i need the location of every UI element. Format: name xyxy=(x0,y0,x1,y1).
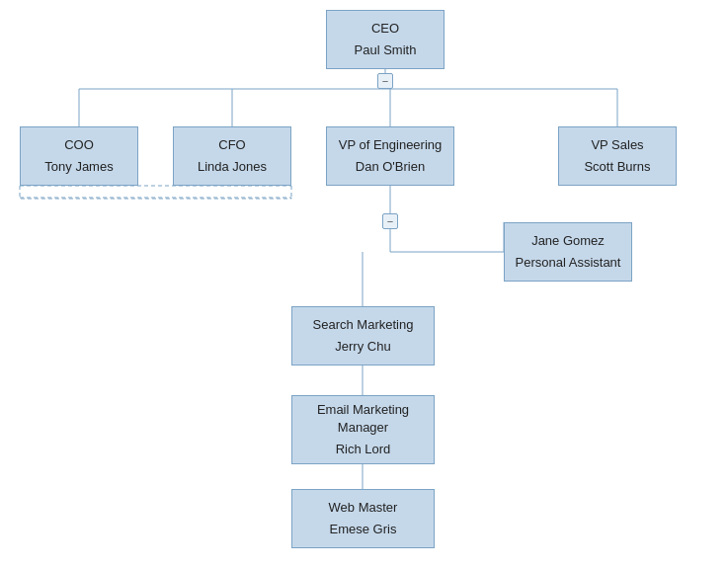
cfo-node: CFO Linda Jones xyxy=(173,126,291,186)
toggle-ceo-expand[interactable]: − xyxy=(377,73,393,89)
coo-role: COO xyxy=(64,136,94,154)
emm-role: Email Marketing Manager xyxy=(298,401,428,437)
emm-name: Rich Lord xyxy=(336,441,391,458)
pa-node: Jane Gomez Personal Assistant xyxy=(504,222,632,282)
vps-name: Scott Burns xyxy=(584,158,650,176)
vpe-name: Dan O'Brien xyxy=(356,158,425,176)
ceo-node: CEO Paul Smith xyxy=(326,10,445,69)
coo-name: Tony James xyxy=(44,158,113,176)
cfo-name: Linda Jones xyxy=(198,158,267,176)
pa-name: Jane Gomez xyxy=(531,232,605,250)
vpe-role: VP of Engineering xyxy=(339,136,443,154)
wm-name: Emese Gris xyxy=(330,521,397,538)
pa-role: Personal Assistant xyxy=(516,254,621,272)
coo-node: COO Tony James xyxy=(20,126,138,186)
sm-role: Search Marketing xyxy=(313,316,414,334)
connector-lines xyxy=(0,0,728,569)
cfo-role: CFO xyxy=(218,136,245,154)
svg-rect-6 xyxy=(20,198,291,199)
vps-node: VP Sales Scott Burns xyxy=(558,126,677,186)
emm-node: Email Marketing Manager Rich Lord xyxy=(291,395,435,464)
wm-role: Web Master xyxy=(329,499,398,517)
vps-role: VP Sales xyxy=(591,136,643,154)
org-chart: CEO Paul Smith − COO Tony James CFO Lind… xyxy=(0,0,728,569)
sm-node: Search Marketing Jerry Chu xyxy=(291,306,435,366)
ceo-role: CEO xyxy=(371,20,399,38)
ceo-name: Paul Smith xyxy=(355,41,417,59)
wm-node: Web Master Emese Gris xyxy=(291,489,435,548)
toggle-vpe-expand[interactable]: − xyxy=(382,213,398,229)
vpe-node: VP of Engineering Dan O'Brien xyxy=(326,126,454,186)
sm-name: Jerry Chu xyxy=(335,338,390,356)
